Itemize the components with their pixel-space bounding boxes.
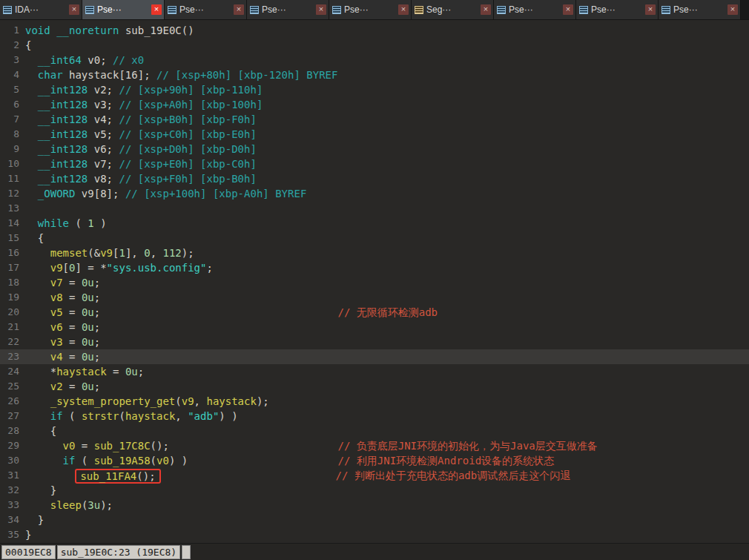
line-number: 15 bbox=[0, 231, 25, 246]
code-text: __int128 v8; // [xsp+F0h] [xbp-B0h] bbox=[25, 171, 749, 186]
code-text: *haystack = 0u; bbox=[25, 364, 749, 379]
line-number: 3 bbox=[0, 53, 25, 67]
tab-close-icon[interactable]: × bbox=[398, 4, 409, 15]
code-line-10[interactable]: 10 __int128 v7; // [xsp+E0h] [xbp-C0h] bbox=[0, 157, 749, 171]
pseudocode-icon bbox=[661, 6, 670, 14]
code-line-35[interactable]: 35} bbox=[0, 527, 749, 542]
tab-label: Pse··· bbox=[673, 4, 725, 15]
code-line-13[interactable]: 13 bbox=[0, 201, 749, 216]
code-line-24[interactable]: 24 *haystack = 0u; bbox=[0, 364, 749, 379]
code-text: if ( sub_19A58(v0) ) // 利用JNI环境检测Android… bbox=[25, 453, 749, 468]
tab-pseudocode-8[interactable]: Pse···× bbox=[659, 0, 741, 19]
tab-bar: IDA···×Pse···×Pse···×Pse···×Pse···×Seg··… bbox=[0, 0, 749, 20]
code-line-32[interactable]: 32 } bbox=[0, 483, 749, 498]
code-text: v4 = 0u; bbox=[25, 349, 749, 364]
tab-pseudocode-1[interactable]: Pse···× bbox=[82, 0, 165, 19]
status-empty-box bbox=[182, 545, 191, 559]
code-line-8[interactable]: 8 __int128 v5; // [xsp+C0h] [xbp-E0h] bbox=[0, 127, 749, 142]
code-line-6[interactable]: 6 __int128 v3; // [xsp+A0h] [xbp-100h] bbox=[0, 97, 749, 112]
code-text: __int128 v5; // [xsp+C0h] [xbp-E0h] bbox=[25, 127, 749, 142]
code-line-9[interactable]: 9 __int128 v6; // [xsp+D0h] [xbp-D0h] bbox=[0, 142, 749, 157]
line-number: 16 bbox=[0, 246, 25, 260]
tab-close-icon[interactable]: × bbox=[151, 4, 162, 15]
code-line-14[interactable]: 14 while ( 1 ) bbox=[0, 216, 749, 231]
pseudocode-icon bbox=[250, 6, 259, 14]
code-line-2[interactable]: 2{ bbox=[0, 38, 749, 53]
tab-close-icon[interactable]: × bbox=[563, 4, 573, 15]
code-line-29[interactable]: 29 v0 = sub_17C8C(); // 负责底层JNI环境的初始化，为与… bbox=[0, 438, 749, 453]
code-line-12[interactable]: 12 _OWORD v9[8]; // [xsp+100h] [xbp-A0h]… bbox=[0, 186, 749, 201]
code-line-16[interactable]: 16 memset(&v9[1], 0, 112); bbox=[0, 246, 749, 260]
tab-label: Pse··· bbox=[262, 4, 313, 15]
code-line-28[interactable]: 28 { bbox=[0, 424, 749, 438]
line-number: 30 bbox=[0, 453, 25, 468]
code-line-11[interactable]: 11 __int128 v8; // [xsp+F0h] [xbp-B0h] bbox=[0, 171, 749, 186]
code-line-5[interactable]: 5 __int128 v2; // [xsp+90h] [xbp-110h] bbox=[0, 82, 749, 97]
code-text: v7 = 0u; bbox=[25, 275, 749, 290]
code-text: __int128 v6; // [xsp+D0h] [xbp-D0h] bbox=[25, 142, 749, 157]
code-line-17[interactable]: 17 v9[0] = *"sys.usb.config"; bbox=[0, 260, 749, 275]
tab-close-icon[interactable]: × bbox=[727, 4, 738, 15]
line-number: 9 bbox=[0, 142, 25, 157]
code-line-19[interactable]: 19 v8 = 0u; bbox=[0, 290, 749, 305]
code-line-22[interactable]: 22 v3 = 0u; bbox=[0, 335, 749, 349]
tab-label: Pse··· bbox=[179, 4, 231, 15]
code-line-31[interactable]: 31 sub_11FA4(); // 判断出处于充电状态的adb调试然后走这个闪… bbox=[0, 468, 749, 483]
line-number: 17 bbox=[0, 260, 25, 275]
tab-pseudocode-3[interactable]: Pse···× bbox=[247, 0, 329, 19]
tab-label: Pse··· bbox=[591, 4, 642, 15]
tab-pseudocode-6[interactable]: Pse···× bbox=[494, 0, 576, 19]
tab-pseudocode-4[interactable]: Pse···× bbox=[329, 0, 412, 19]
tab-close-icon[interactable]: × bbox=[316, 4, 326, 15]
code-text: v2 = 0u; bbox=[25, 379, 749, 394]
pseudocode-icon bbox=[579, 6, 588, 14]
code-text: { bbox=[25, 424, 749, 438]
code-text: v8 = 0u; bbox=[25, 290, 749, 305]
tab-ida-view-0[interactable]: IDA···× bbox=[0, 0, 82, 19]
code-text: } bbox=[25, 483, 749, 498]
line-number: 5 bbox=[0, 82, 25, 97]
code-text: __int128 v3; // [xsp+A0h] [xbp-100h] bbox=[25, 97, 749, 112]
code-line-25[interactable]: 25 v2 = 0u; bbox=[0, 379, 749, 394]
pseudocode-icon bbox=[168, 6, 176, 14]
code-text: sub_11FA4(); // 判断出处于充电状态的adb调试然后走这个闪退 bbox=[25, 468, 749, 483]
code-line-34[interactable]: 34 } bbox=[0, 513, 749, 527]
code-line-26[interactable]: 26 _system_property_get(v9, haystack); bbox=[0, 394, 749, 409]
tab-pseudocode-2[interactable]: Pse···× bbox=[165, 0, 247, 19]
code-text: v0 = sub_17C8C(); // 负责底层JNI环境的初始化，为与Jav… bbox=[25, 438, 749, 453]
line-number: 25 bbox=[0, 379, 25, 394]
line-number: 18 bbox=[0, 275, 25, 290]
code-line-3[interactable]: 3 __int64 v0; // x0 bbox=[0, 53, 749, 67]
code-line-4[interactable]: 4 char haystack[16]; // [xsp+80h] [xbp-1… bbox=[0, 67, 749, 82]
ida-view-icon bbox=[3, 6, 12, 14]
code-line-20[interactable]: 20 v5 = 0u; // 无限循环检测adb bbox=[0, 305, 749, 320]
code-line-1[interactable]: 1void __noreturn sub_19E0C() bbox=[0, 23, 749, 38]
tab-label: Pse··· bbox=[509, 4, 560, 15]
line-number: 7 bbox=[0, 112, 25, 127]
line-number: 19 bbox=[0, 290, 25, 305]
code-line-23[interactable]: 23 v4 = 0u; bbox=[0, 349, 749, 364]
line-number: 35 bbox=[0, 527, 25, 542]
code-line-30[interactable]: 30 if ( sub_19A58(v0) ) // 利用JNI环境检测Andr… bbox=[0, 453, 749, 468]
code-text: void __noreturn sub_19E0C() bbox=[25, 23, 749, 38]
annotation-highlight-box: sub_11FA4(); bbox=[75, 469, 160, 484]
code-line-27[interactable]: 27 if ( strstr(haystack, "adb") ) bbox=[0, 409, 749, 424]
tab-close-icon[interactable]: × bbox=[645, 4, 656, 15]
tab-pseudocode-7[interactable]: Pse···× bbox=[576, 0, 659, 19]
tab-close-icon[interactable]: × bbox=[234, 4, 244, 15]
code-text: char haystack[16]; // [xsp+80h] [xbp-120… bbox=[25, 67, 749, 82]
code-text: v9[0] = *"sys.usb.config"; bbox=[25, 260, 749, 275]
code-line-21[interactable]: 21 v6 = 0u; bbox=[0, 320, 749, 335]
code-line-15[interactable]: 15 { bbox=[0, 231, 749, 246]
code-line-33[interactable]: 33 sleep(3u); bbox=[0, 498, 749, 513]
tab-close-icon[interactable]: × bbox=[69, 4, 79, 15]
line-number: 33 bbox=[0, 498, 25, 513]
code-line-7[interactable]: 7 __int128 v4; // [xsp+B0h] [xbp-F0h] bbox=[0, 112, 749, 127]
line-number: 24 bbox=[0, 364, 25, 379]
code-line-18[interactable]: 18 v7 = 0u; bbox=[0, 275, 749, 290]
tab-close-icon[interactable]: × bbox=[481, 4, 491, 15]
pseudocode-view[interactable]: 1void __noreturn sub_19E0C()2{3 __int64 … bbox=[0, 20, 749, 543]
tab-segments-5[interactable]: Seg···× bbox=[412, 0, 494, 19]
code-text: __int64 v0; // x0 bbox=[25, 53, 749, 67]
tab-label: IDA··· bbox=[15, 4, 66, 15]
